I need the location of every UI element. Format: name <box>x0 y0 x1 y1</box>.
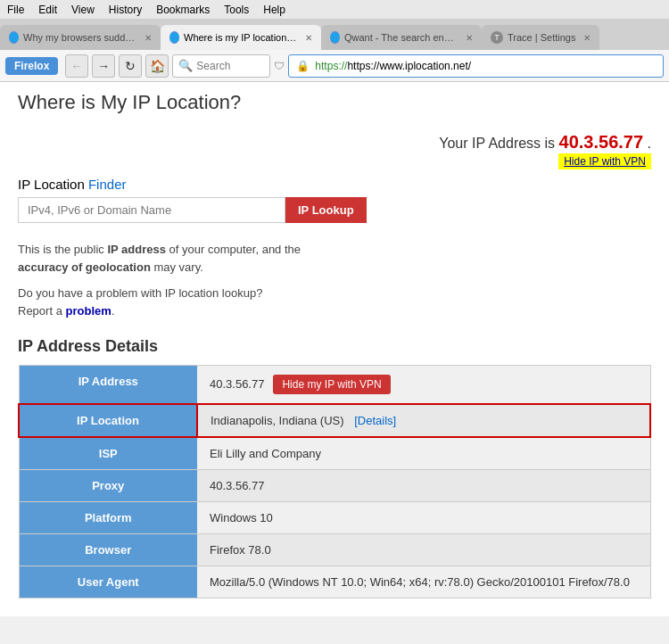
tab-4[interactable]: T Trace | Settings ✕ <box>482 25 599 50</box>
tab-bar: 🌐 Why my browsers suddenly think I... ✕ … <box>0 20 669 50</box>
ip-display: Your IP Address is 40.3.56.77 . Hide IP … <box>18 132 651 169</box>
nav-bar: Firelox ← → ↻ 🏠 🔍 🛡 🔒 https://https://ww… <box>0 50 669 82</box>
search-input[interactable] <box>196 60 259 72</box>
menu-edit[interactable]: Edit <box>38 4 57 16</box>
desc3-text: Do you have a problem with IP location l… <box>18 286 262 300</box>
firefox-menu-button[interactable]: Firelox <box>5 57 58 75</box>
tab-3[interactable]: 🌐 Qwant - The search engine that re... ✕ <box>321 25 482 50</box>
tab-4-favicon: T <box>491 31 503 44</box>
tab-3-label: Qwant - The search engine that re... <box>344 32 458 43</box>
search-icon: 🔍 <box>178 59 193 72</box>
ip-intro-text: Your IP Address is <box>439 136 555 151</box>
forward-button[interactable]: → <box>92 54 115 78</box>
table-cell-value: Windows 10 <box>197 502 650 534</box>
desc1-bold: IP address <box>107 243 166 256</box>
url-bar[interactable]: 🔒 https://https://www.iplocation.net/ <box>288 54 664 78</box>
tab-1-favicon: 🌐 <box>9 31 19 44</box>
table-row: User AgentMozilla/5.0 (Windows NT 10.0; … <box>19 566 650 599</box>
table-cell-value: 40.3.56.77 <box>197 470 650 502</box>
tab-3-close[interactable]: ✕ <box>466 33 473 43</box>
desc-para-2: Do you have a problem with IP location l… <box>18 285 651 319</box>
ip-location-finder-label: IP Location Finder <box>18 177 651 192</box>
reload-button[interactable]: ↻ <box>119 54 142 78</box>
menu-bookmarks[interactable]: Bookmarks <box>156 4 210 16</box>
table-cell-value: Firefox 78.0 <box>197 534 650 566</box>
desc4-text: Report a <box>18 304 62 318</box>
table-cell-label: Browser <box>19 534 197 566</box>
tab-4-label: Trace | Settings <box>508 32 575 43</box>
ip-location-cell-value: Indianapolis, Indiana (US) <box>211 414 347 427</box>
table-row: IP LocationIndianapolis, Indiana (US) [D… <box>19 404 650 437</box>
table-cell-value: Eli Lilly and Company <box>197 437 650 470</box>
menu-tools[interactable]: Tools <box>224 4 249 16</box>
lock-icon: 🔒 <box>296 60 310 72</box>
table-cell-label: ISP <box>19 437 197 470</box>
ip-location-details-link[interactable]: [Details] <box>354 414 396 427</box>
table-cell-label: IP Location <box>19 404 197 437</box>
ip-address-cell-value: 40.3.56.77 <box>210 377 264 391</box>
details-table: IP Address40.3.56.77Hide my IP with VPNI… <box>18 365 651 599</box>
page-title: Where is My IP Location? <box>18 91 651 114</box>
menu-view[interactable]: View <box>71 4 95 16</box>
table-row: ISPEli Lilly and Company <box>19 437 650 470</box>
table-cell-value: Indianapolis, Indiana (US) [Details] <box>197 404 650 437</box>
table-row: Proxy40.3.56.77 <box>19 470 650 502</box>
menu-bar: File Edit View History Bookmarks Tools H… <box>0 0 669 20</box>
tab-2[interactable]: 🌐 Where is my IP location? (Geoloc... ✕ <box>161 25 321 50</box>
table-row: BrowserFirefox 78.0 <box>19 534 650 566</box>
tab-2-close[interactable]: ✕ <box>305 33 312 43</box>
back-button[interactable]: ← <box>65 54 88 78</box>
desc-para-1: This is the public IP address of your co… <box>18 241 651 276</box>
ip-period: . <box>648 136 651 151</box>
desc2-bold: accuracy of geolocation <box>18 260 151 274</box>
tab-2-favicon: 🌐 <box>169 31 179 44</box>
desc2-end: may vary. <box>153 260 202 274</box>
table-cell-value: 40.3.56.77Hide my IP with VPN <box>197 366 650 405</box>
table-cell-label: User Agent <box>19 566 197 599</box>
lookup-row: IP Lookup <box>18 197 651 223</box>
hide-ip-vpn-link[interactable]: Hide IP with VPN <box>558 153 651 169</box>
table-row: IP Address40.3.56.77Hide my IP with VPN <box>19 366 650 405</box>
shield-icon: 🛡 <box>274 60 285 72</box>
section-title: IP Address Details <box>18 337 651 356</box>
page-content: Where is My IP Location? Your IP Address… <box>0 82 669 616</box>
search-box[interactable]: 🔍 <box>172 54 270 78</box>
menu-file[interactable]: File <box>7 4 24 16</box>
ip-location-text: IP Location <box>18 177 85 192</box>
tab-3-favicon: 🌐 <box>330 31 340 44</box>
lookup-button[interactable]: IP Lookup <box>285 197 367 223</box>
tab-1-close[interactable]: ✕ <box>145 33 152 43</box>
problem-link[interactable]: problem <box>66 304 112 318</box>
tab-4-close[interactable]: ✕ <box>583 33 591 43</box>
desc4-end: . <box>112 304 115 318</box>
lookup-input[interactable] <box>18 197 285 223</box>
table-cell-label: Platform <box>19 502 197 534</box>
table-cell-value: Mozilla/5.0 (Windows NT 10.0; Win64; x64… <box>197 566 650 599</box>
tab-1[interactable]: 🌐 Why my browsers suddenly think I... ✕ <box>0 25 161 50</box>
hide-my-ip-vpn-button[interactable]: Hide my IP with VPN <box>273 375 390 394</box>
desc1-text: This is the public <box>18 243 104 256</box>
desc1-end: of your computer, and the <box>169 243 301 256</box>
menu-history[interactable]: History <box>109 4 142 16</box>
ip-address-value: 40.3.56.77 <box>559 132 644 152</box>
table-cell-label: IP Address <box>19 366 197 405</box>
table-cell-label: Proxy <box>19 470 197 502</box>
table-row: PlatformWindows 10 <box>19 502 650 534</box>
url-text: https://https://www.iplocation.net/ <box>315 60 471 72</box>
ip-lookup-section: IP Location Finder IP Lookup <box>18 177 651 223</box>
finder-text: Finder <box>88 177 127 192</box>
tab-2-label: Where is my IP location? (Geoloc... <box>184 32 297 43</box>
tab-1-label: Why my browsers suddenly think I... <box>23 32 136 43</box>
home-button[interactable]: 🏠 <box>145 54 169 78</box>
menu-help[interactable]: Help <box>263 4 285 16</box>
